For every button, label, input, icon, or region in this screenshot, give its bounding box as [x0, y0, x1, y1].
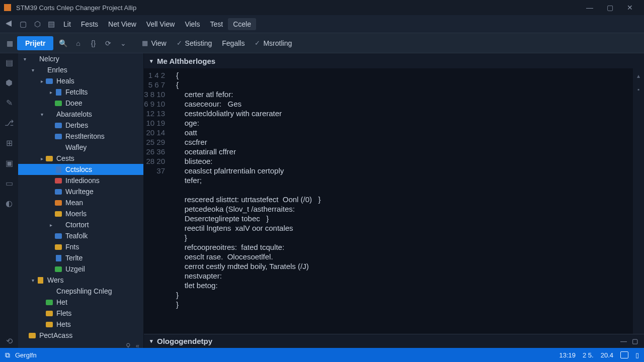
layout-icon[interactable]: ▭: [2, 176, 16, 190]
app-icon: [4, 4, 11, 11]
editor-header[interactable]: ▾ Me Althberloges: [144, 53, 644, 68]
database-icon[interactable]: ◐: [2, 196, 16, 210]
menu-item-net view[interactable]: Net View: [103, 18, 141, 30]
tree-item[interactable]: Doee: [18, 98, 143, 109]
menu-item-fests[interactable]: Fests: [76, 18, 103, 30]
sync-icon[interactable]: ⟲: [2, 334, 16, 348]
menu-item-ccele[interactable]: Ccele: [228, 18, 256, 30]
tree-item[interactable]: Cnepshling Cnleg: [18, 286, 143, 297]
code-area[interactable]: { { certer atl fefor: caseceour: Ges ces…: [172, 68, 633, 334]
status-box-icon[interactable]: [620, 351, 628, 358]
maximize-button[interactable]: ▢: [600, 0, 620, 15]
ic-folder-y-icon: [45, 155, 53, 162]
toolbar-results[interactable]: Fegalls: [217, 37, 250, 49]
bug-icon[interactable]: ⬢: [2, 75, 16, 89]
tree-item[interactable]: Intledioons: [18, 175, 143, 186]
window-icon[interactable]: ▢: [16, 17, 30, 31]
tree-item[interactable]: ▸Ctortort: [18, 219, 143, 230]
home-icon[interactable]: ⌂: [71, 36, 85, 50]
bottom-panel-header[interactable]: ▾ Ologogendetpy — ▢: [144, 334, 644, 348]
menu-bar: ⯇ ▢ ⬡ ▤ LitFestsNet ViewVell ViewVielsTe…: [0, 15, 644, 33]
minimize-button[interactable]: —: [580, 0, 600, 15]
debug-icon[interactable]: ▣: [2, 156, 16, 170]
tree-label: Intledioons: [65, 176, 100, 185]
search-icon[interactable]: 🔍: [56, 36, 70, 50]
tree-item[interactable]: ▾Wers: [18, 275, 143, 286]
ic-folder-g-icon: [54, 100, 62, 107]
tree-item[interactable]: PectAcass: [18, 330, 143, 341]
check-icon: ✓: [177, 39, 182, 47]
tree-item[interactable]: ▾Enrles: [18, 64, 143, 75]
tree-item[interactable]: ▸Fetcllts: [18, 86, 143, 98]
tree-item[interactable]: Cctslocs: [18, 164, 143, 175]
tree-item[interactable]: Hets: [18, 319, 143, 330]
tree-label: Hets: [56, 320, 71, 328]
editor: ▾ Me Althberloges 1 4 2 5 6 7 3 8 10 6 9…: [144, 53, 644, 348]
tree-label: Nelcry: [39, 55, 59, 63]
extensions-icon[interactable]: ⊞: [2, 136, 16, 150]
panel-maximize-icon[interactable]: ▢: [632, 337, 638, 345]
status-item[interactable]: 20.4: [601, 351, 613, 359]
menu-item-test[interactable]: Test: [205, 18, 228, 30]
tree-item[interactable]: ▾Nelcry: [18, 53, 143, 64]
status-item[interactable]: 13:19: [559, 351, 576, 359]
ic-folder-b-icon: [54, 232, 62, 239]
tree-item[interactable]: ▸Cests: [18, 153, 143, 164]
tree-item[interactable]: Wafley: [18, 142, 143, 153]
tree-item[interactable]: ▾Abaratelots: [18, 109, 143, 120]
chevron-down-icon[interactable]: ⌄: [116, 36, 130, 50]
ic-folder-b-icon: [54, 188, 62, 195]
tree-item[interactable]: Het: [18, 297, 143, 308]
status-item[interactable]: 2 5.: [583, 351, 594, 359]
close-button[interactable]: ✕: [620, 0, 640, 15]
tree-item[interactable]: Moerls: [18, 208, 143, 219]
save-icon[interactable]: ▤: [44, 17, 58, 31]
tree-label: Terlte: [65, 254, 83, 262]
shield-icon[interactable]: ⬡: [30, 17, 44, 31]
menu-item-vell view[interactable]: Vell View: [141, 18, 180, 30]
panel-minimize-icon[interactable]: —: [620, 337, 627, 345]
ic-folder-y-icon: [28, 332, 36, 339]
status-left-label[interactable]: Gerglfn: [15, 351, 37, 359]
collapse-icon[interactable]: «: [136, 342, 139, 348]
pin-icon[interactable]: ⚲: [126, 342, 131, 348]
toolbar-view[interactable]: ▦View: [137, 37, 171, 49]
terminal-icon[interactable]: ⧉: [5, 351, 10, 359]
menu-item-viels[interactable]: Viels: [180, 18, 205, 30]
tree-item[interactable]: Wurltege: [18, 186, 143, 197]
tree-item[interactable]: Restlteritons: [18, 131, 143, 142]
twisty-icon: ▾: [29, 67, 36, 73]
braces-icon[interactable]: {}: [86, 36, 100, 50]
ic-folder-b-icon: [54, 133, 62, 140]
tree-item[interactable]: Uzgeil: [18, 263, 143, 275]
project-tab[interactable]: Prijetr: [17, 36, 53, 50]
tree-label: Restlteritons: [65, 132, 105, 140]
window-title: STM39 Corts Cnlep Changer Project Allip: [16, 4, 136, 12]
line-gutter: 1 4 2 5 6 7 3 8 10 6 9 10 12 13 10 19 20…: [144, 68, 172, 334]
tree-item[interactable]: Fnts: [18, 241, 143, 252]
refresh-icon[interactable]: ⟳: [101, 36, 115, 50]
toolbar-settings[interactable]: ✓Setisting: [172, 37, 217, 49]
twisty-icon: ▾: [21, 56, 28, 62]
tree-label: Wers: [47, 276, 63, 284]
branch-icon[interactable]: ⎇: [2, 116, 16, 130]
menu-item-lit[interactable]: Lit: [58, 18, 76, 30]
explorer-icon[interactable]: ▤: [2, 55, 16, 69]
tree-label: PectAcass: [39, 331, 72, 339]
tree-item[interactable]: ▸Heals: [18, 75, 143, 86]
ic-folder-y-icon: [45, 321, 53, 328]
back-icon[interactable]: ⯇: [2, 17, 16, 31]
tree-item[interactable]: Derbes: [18, 120, 143, 131]
toolbar-monitoring[interactable]: ✓Msrotling: [250, 37, 297, 49]
grid-icon[interactable]: ▦: [3, 36, 17, 50]
ic-folder-y-icon: [45, 310, 53, 317]
twisty-icon: ▸: [38, 78, 45, 84]
tree-item[interactable]: Terlte: [18, 252, 143, 263]
tree-item[interactable]: Flets: [18, 308, 143, 319]
tree-item[interactable]: Teafolk: [18, 230, 143, 241]
status-end-icon[interactable]: ▯: [635, 351, 639, 359]
marker-icon[interactable]: ▪: [637, 85, 639, 95]
tree-item[interactable]: Mean: [18, 197, 143, 208]
marker-icon[interactable]: ▴: [637, 71, 640, 81]
tool-icon[interactable]: ✎: [2, 96, 16, 110]
